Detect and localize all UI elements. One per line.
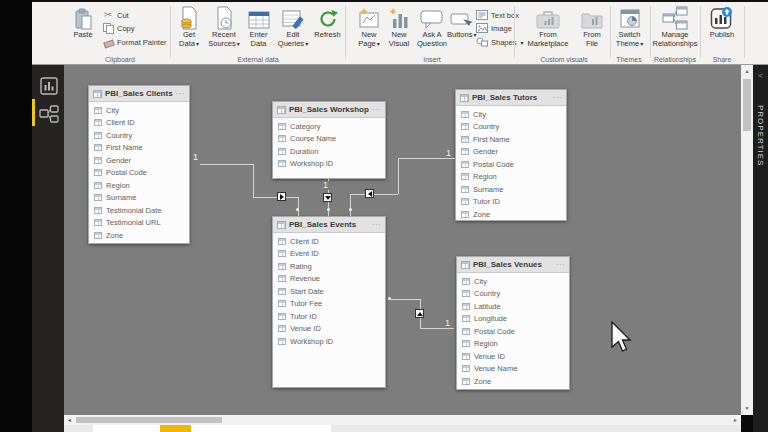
field-label: City bbox=[473, 110, 486, 119]
scroll-left-icon[interactable]: ◄ bbox=[67, 417, 72, 423]
table-field-row[interactable]: City bbox=[456, 108, 566, 121]
edit-queries-button[interactable]: Edit Queries▾ bbox=[275, 5, 311, 48]
table-field-row[interactable]: City bbox=[457, 275, 569, 288]
model-table-clients[interactable]: PBI_Sales Clients ··· CityClient IDCount… bbox=[88, 85, 190, 244]
table-field-row[interactable]: Workshop ID bbox=[273, 158, 385, 171]
from-marketplace-icon bbox=[519, 5, 577, 30]
relationship-arrow-left-icon[interactable] bbox=[365, 189, 374, 198]
table-field-row[interactable]: Zone bbox=[456, 208, 566, 221]
relationship-arrow-right-icon[interactable] bbox=[277, 192, 286, 201]
horizontal-scrollbar[interactable]: ◄ ► bbox=[64, 415, 741, 425]
table-header[interactable]: PBI_Sales Venues ··· bbox=[457, 257, 569, 273]
table-field-row[interactable]: Course Name bbox=[273, 133, 385, 146]
table-header[interactable]: PBI_Sales Events ··· bbox=[273, 217, 385, 233]
manage-relationships-button[interactable]: Manage Relationships bbox=[651, 5, 699, 48]
from-marketplace-button[interactable]: From Marketplace bbox=[519, 5, 577, 48]
table-field-row[interactable]: Latitude bbox=[457, 300, 569, 313]
table-header[interactable]: PBI_Sales Tutors ··· bbox=[456, 90, 566, 106]
table-field-row[interactable]: Zone bbox=[89, 229, 189, 242]
paste-button[interactable]: Paste bbox=[66, 5, 100, 40]
shapes-button[interactable]: Shapes ▾ bbox=[476, 37, 523, 47]
switch-theme-button[interactable]: Switch Theme▾ bbox=[611, 5, 648, 48]
scroll-up-icon[interactable]: ▲ bbox=[741, 69, 753, 74]
vertical-scrollbar[interactable]: ▲ ▼ bbox=[741, 65, 753, 415]
table-field-row[interactable]: Region bbox=[456, 171, 566, 184]
table-field-row[interactable]: Longitude bbox=[457, 313, 569, 326]
ask-a-question-button[interactable]: Ask A Question bbox=[414, 5, 450, 48]
table-field-row[interactable]: Duration bbox=[273, 145, 385, 158]
table-field-row[interactable]: Postal Code bbox=[456, 158, 566, 171]
field-icon bbox=[278, 313, 286, 320]
get-data-button[interactable]: Get Data▾ bbox=[172, 5, 206, 48]
field-label: Tutor ID bbox=[473, 197, 500, 206]
model-table-events[interactable]: PBI_Sales Events ··· Client IDEvent IDRa… bbox=[272, 216, 386, 388]
recent-sources-button[interactable]: Recent Sources▾ bbox=[206, 5, 242, 48]
table-field-row[interactable]: Postal Code bbox=[89, 167, 189, 180]
table-field-row[interactable]: Event ID bbox=[273, 248, 385, 261]
table-field-row[interactable]: Category bbox=[273, 120, 385, 133]
table-header[interactable]: PBI_Sales Workshops ··· bbox=[273, 102, 385, 118]
table-field-row[interactable]: Start Date bbox=[273, 285, 385, 298]
table-field-row[interactable]: Venue Name bbox=[457, 363, 569, 376]
buttons-button[interactable]: Buttons▾ bbox=[447, 5, 475, 40]
table-field-row[interactable]: First Name bbox=[89, 142, 189, 155]
image-button[interactable]: Image bbox=[476, 23, 512, 33]
table-field-row[interactable]: Testimonial Date bbox=[89, 204, 189, 217]
table-field-row[interactable]: Surname bbox=[89, 192, 189, 205]
enter-data-button[interactable]: Enter Data bbox=[242, 5, 275, 48]
table-field-row[interactable]: Client ID bbox=[273, 235, 385, 248]
table-field-row[interactable]: Rating bbox=[273, 260, 385, 273]
report-view-button[interactable] bbox=[38, 75, 60, 97]
relationship-arrow-up-icon[interactable] bbox=[415, 309, 424, 318]
horizontal-scrollbar-thumb[interactable] bbox=[76, 417, 222, 423]
table-field-row[interactable]: Venue ID bbox=[273, 323, 385, 336]
table-field-row[interactable]: Region bbox=[89, 179, 189, 192]
table-field-row[interactable]: Client ID bbox=[89, 117, 189, 130]
table-field-row[interactable]: Testimonial URL bbox=[89, 217, 189, 230]
publish-button[interactable]: Publish bbox=[703, 5, 741, 40]
table-field-row[interactable]: Tutor ID bbox=[273, 310, 385, 323]
scroll-right-icon[interactable]: ► bbox=[733, 417, 738, 423]
table-field-row[interactable]: Postal Code bbox=[457, 325, 569, 338]
new-page-button[interactable]: New Page▾ bbox=[354, 5, 384, 48]
table-field-row[interactable]: Tutor ID bbox=[456, 196, 566, 209]
table-field-row[interactable]: Venue ID bbox=[457, 350, 569, 363]
format-painter-button[interactable]: Format Painter bbox=[102, 37, 167, 47]
model-table-tutors[interactable]: PBI_Sales Tutors ··· CityCountryFirst Na… bbox=[455, 89, 567, 221]
table-field-row[interactable]: Country bbox=[456, 121, 566, 134]
from-file-button[interactable]: From File bbox=[577, 5, 607, 48]
expand-properties-chevron-icon[interactable]: < bbox=[753, 71, 768, 80]
table-field-row[interactable]: Gender bbox=[456, 146, 566, 159]
table-field-row[interactable]: Tutor Fee bbox=[273, 298, 385, 311]
text-box-button[interactable]: Text box bbox=[476, 10, 519, 20]
vertical-scrollbar-thumb[interactable] bbox=[743, 79, 751, 131]
table-field-row[interactable]: First Name bbox=[456, 133, 566, 146]
new-visual-button[interactable]: New Visual bbox=[384, 5, 414, 48]
cut-button[interactable]: ✂ Cut bbox=[102, 10, 129, 20]
model-table-workshops[interactable]: PBI_Sales Workshops ··· CategoryCourse N… bbox=[272, 101, 386, 179]
table-field-row[interactable]: Country bbox=[89, 129, 189, 142]
table-menu-ellipsis[interactable]: ··· bbox=[372, 220, 382, 229]
scroll-down-icon[interactable]: ▼ bbox=[741, 406, 753, 411]
properties-panel-label: PROPERTIES bbox=[756, 105, 765, 166]
table-menu-ellipsis[interactable]: ··· bbox=[556, 260, 566, 269]
page-tab-highlight[interactable] bbox=[160, 425, 191, 432]
table-field-row[interactable]: Revenue bbox=[273, 273, 385, 286]
table-field-row[interactable]: Gender bbox=[89, 154, 189, 167]
model-view-button[interactable] bbox=[38, 103, 60, 125]
table-field-row[interactable]: Workshop ID bbox=[273, 335, 385, 348]
table-menu-ellipsis[interactable]: ··· bbox=[372, 105, 382, 114]
table-header[interactable]: PBI_Sales Clients ··· bbox=[89, 86, 189, 102]
table-field-row[interactable]: Country bbox=[457, 288, 569, 301]
table-field-row[interactable]: Region bbox=[457, 338, 569, 351]
table-menu-ellipsis[interactable]: ··· bbox=[176, 89, 186, 98]
model-table-venues[interactable]: PBI_Sales Venues ··· CityCountryLatitude… bbox=[456, 256, 570, 390]
table-field-row[interactable]: Zone bbox=[457, 375, 569, 388]
table-field-row[interactable]: City bbox=[89, 104, 189, 117]
refresh-button[interactable]: Refresh bbox=[311, 5, 344, 40]
table-menu-ellipsis[interactable]: ··· bbox=[553, 93, 563, 102]
model-canvas[interactable]: PBI_Sales Clients ··· CityClient IDCount… bbox=[64, 65, 741, 415]
table-field-row[interactable]: Surname bbox=[456, 183, 566, 196]
copy-button[interactable]: Copy bbox=[102, 23, 135, 33]
relationship-arrow-down-icon[interactable] bbox=[323, 193, 332, 202]
